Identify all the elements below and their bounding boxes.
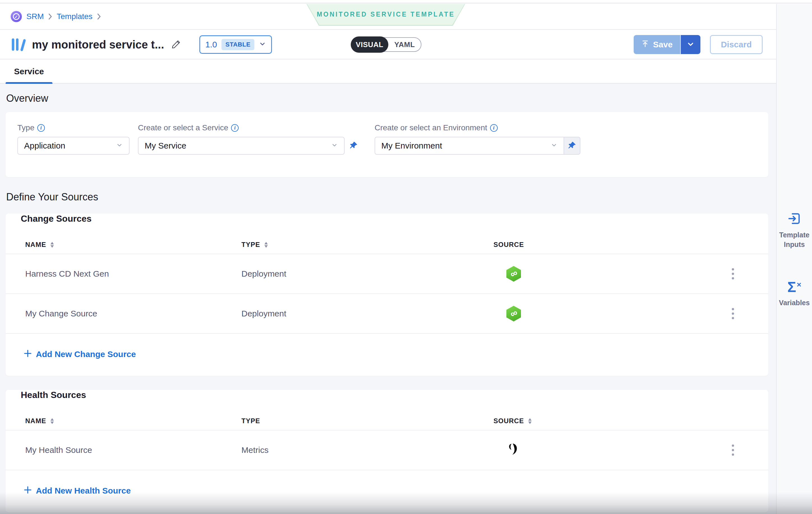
harness-cd-icon: ∞ (506, 266, 521, 282)
tab-service-label: Service (14, 67, 44, 76)
column-name: NAME (25, 417, 46, 425)
version-number: 1.0 (205, 40, 217, 49)
chevron-right-icon (96, 13, 102, 20)
change-sources-title: Change Sources (21, 214, 768, 224)
sort-icon[interactable] (50, 242, 54, 248)
pin-icon (568, 141, 577, 151)
right-rail: Template Inputs Σ× Variables (776, 4, 812, 514)
template-library-icon (11, 38, 26, 51)
template-inputs-icon (788, 212, 801, 226)
change-source-name: My Change Source (25, 309, 241, 319)
monitored-service-template-page: ✓ SRM Templates MONITORED SERVICE TEMPLA… (0, 0, 812, 514)
plus-icon (24, 486, 32, 496)
tab-bar: Service (0, 60, 776, 84)
chevron-down-icon (116, 141, 123, 151)
tab-service[interactable]: Service (6, 60, 52, 83)
plus-icon (24, 349, 32, 360)
health-source-name: My Health Source (25, 445, 241, 455)
save-button-label: Save (653, 40, 673, 49)
srm-logo-icon: ✓ (11, 11, 22, 22)
main-content: Overview Type i Application Create or se… (0, 84, 776, 514)
toggle-yaml[interactable]: YAML (388, 40, 421, 49)
change-source-type: Deployment (241, 269, 493, 279)
variables-button[interactable]: Σ× Variables (779, 280, 810, 308)
pin-icon (349, 141, 358, 151)
template-type-badge-label: MONITORED SERVICE TEMPLATE (317, 11, 455, 18)
version-stable-badge: STABLE (222, 39, 254, 50)
visual-yaml-toggle: VISUAL YAML (351, 37, 422, 52)
type-select[interactable]: Application (18, 137, 129, 155)
environment-select-value: My Environment (381, 141, 442, 151)
info-icon[interactable]: i (37, 124, 45, 132)
top-divider (0, 0, 812, 3)
pin-environment-button[interactable] (564, 137, 580, 155)
chevron-down-icon (551, 141, 557, 151)
chevron-down-icon (331, 141, 338, 151)
pencil-icon (171, 39, 181, 50)
variables-label: Variables (779, 298, 810, 308)
column-type: TYPE (241, 241, 260, 249)
info-icon[interactable]: i (490, 124, 498, 132)
column-source: SOURCE (493, 241, 524, 249)
page-title: my monitored service t... (32, 38, 164, 51)
add-change-source-button[interactable]: Add New Change Source (24, 349, 136, 360)
add-health-source-label: Add New Health Source (36, 486, 130, 495)
environment-select[interactable]: My Environment (375, 137, 564, 155)
active-tab-indicator (6, 82, 52, 84)
service-select-value: My Service (145, 141, 186, 151)
service-field-label: Create or select a Service (138, 123, 228, 132)
save-options-button[interactable] (681, 35, 700, 54)
version-selector[interactable]: 1.0 STABLE (199, 35, 272, 54)
overview-card: Type i Application Create or select a Se… (6, 112, 768, 177)
template-inputs-label: Template Inputs (777, 231, 812, 249)
sigma-x-icon: Σ× (787, 280, 801, 294)
info-icon[interactable]: i (231, 124, 239, 132)
sort-icon[interactable] (50, 418, 54, 424)
add-health-source-button[interactable]: Add New Health Source (24, 486, 130, 496)
template-inputs-button[interactable]: Template Inputs (777, 212, 812, 249)
health-source-type: Metrics (241, 445, 493, 455)
change-sources-table-header: NAME TYPE SOURCE (6, 236, 768, 254)
table-row[interactable]: Harness CD Next Gen Deployment ∞ (6, 254, 768, 294)
sort-icon[interactable] (264, 242, 268, 248)
type-select-value: Application (24, 141, 65, 151)
discard-button[interactable]: Discard (710, 35, 763, 54)
define-sources-heading: Define Your Sources (6, 191, 768, 203)
environment-field-label: Create or select an Environment (375, 123, 487, 132)
breadcrumb-link-templates[interactable]: Templates (57, 12, 92, 21)
type-field-label: Type (18, 123, 34, 132)
health-sources-table-header: NAME TYPE SOURCE (6, 412, 768, 430)
health-sources-title: Health Sources (21, 390, 768, 400)
pin-service-button[interactable] (349, 141, 358, 151)
service-select[interactable]: My Service (138, 137, 345, 155)
harness-cd-icon: ∞ (506, 306, 521, 322)
health-sources-card: Health Sources NAME TYPE SOURCE (6, 390, 768, 512)
appdynamics-icon (506, 443, 519, 458)
row-menu-button[interactable] (729, 265, 737, 282)
chevron-down-icon (259, 40, 266, 49)
change-source-type: Deployment (241, 309, 493, 319)
column-name: NAME (25, 241, 46, 249)
upload-icon (641, 40, 649, 50)
sort-icon[interactable] (528, 418, 532, 424)
edit-title-button[interactable] (171, 39, 181, 50)
toggle-visual[interactable]: VISUAL (351, 36, 388, 53)
add-change-source-label: Add New Change Source (36, 350, 136, 359)
save-button[interactable]: Save (634, 35, 681, 54)
chevron-down-icon (686, 40, 695, 49)
template-type-badge: MONITORED SERVICE TEMPLATE (307, 4, 465, 26)
breadcrumb-link-srm[interactable]: SRM (26, 12, 44, 21)
row-menu-button[interactable] (729, 442, 737, 458)
overview-heading: Overview (6, 92, 768, 104)
table-row[interactable]: My Health Source Metrics (6, 430, 768, 470)
template-header: my monitored service t... 1.0 STABLE VIS… (0, 30, 776, 59)
column-type: TYPE (241, 417, 260, 425)
chevron-right-icon (48, 13, 53, 20)
table-row[interactable]: My Change Source Deployment ∞ (6, 294, 768, 334)
save-split-button: Save (634, 35, 700, 54)
column-source: SOURCE (493, 417, 524, 425)
change-sources-card: Change Sources NAME TYPE SOURCE (6, 214, 768, 376)
row-menu-button[interactable] (729, 305, 737, 322)
change-source-name: Harness CD Next Gen (25, 269, 241, 279)
